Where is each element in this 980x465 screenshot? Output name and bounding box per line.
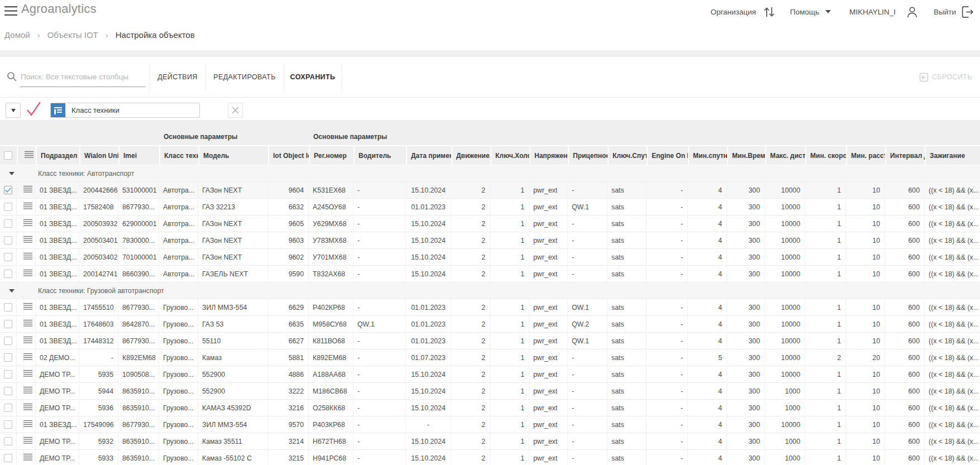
cell[interactable]: 300 <box>727 299 765 316</box>
cell[interactable]: sats <box>608 349 647 366</box>
cell[interactable]: - <box>353 450 406 465</box>
cell[interactable]: ((x < 18) && (x... <box>925 249 980 266</box>
cell[interactable]: ГАЗон NEXT <box>198 182 268 199</box>
cell[interactable]: 300 <box>727 182 765 199</box>
cell[interactable]: ЗИЛ ММЗ-554 <box>198 416 268 433</box>
cell[interactable]: - <box>353 400 406 416</box>
cell[interactable]: 300 <box>727 316 765 333</box>
cell[interactable]: 2 <box>451 299 490 316</box>
column-header[interactable]: Напряжени <box>529 146 568 165</box>
cell[interactable]: 4 <box>688 400 727 416</box>
cell[interactable]: ((x < 18) && (x... <box>925 316 980 333</box>
reset-button[interactable]: СБРОСИТЬ <box>919 57 972 97</box>
row-menu-icon[interactable] <box>23 405 32 413</box>
cell[interactable]: 1 <box>490 366 529 383</box>
cell[interactable]: 6635 <box>268 316 309 333</box>
cell[interactable]: 1000 <box>765 450 805 465</box>
cell[interactable]: 1 <box>490 266 529 282</box>
filter-input[interactable]: Класс техники <box>50 103 200 118</box>
cell[interactable]: QW.1 <box>353 316 406 333</box>
cell[interactable]: 17648603 <box>79 316 118 333</box>
cell[interactable]: 1 <box>805 249 846 266</box>
cell[interactable]: Грузово... <box>159 299 198 316</box>
breadcrumb-home[interactable]: Домой <box>4 30 30 40</box>
cell[interactable]: QW.1 <box>568 333 608 349</box>
cell[interactable]: 4 <box>688 249 727 266</box>
cell[interactable]: ((x < 18) && (x... <box>925 182 980 199</box>
cell[interactable]: pwr_ext <box>529 266 568 282</box>
cell[interactable]: 15.10.2024 <box>406 366 451 383</box>
cell[interactable]: 15.10.2024 <box>406 400 451 416</box>
cell[interactable]: - <box>647 299 688 316</box>
cell[interactable]: 200503402 <box>79 249 118 266</box>
cell[interactable]: 300 <box>727 333 765 349</box>
cell[interactable]: 10000 <box>765 249 805 266</box>
cell[interactable]: Грузово... <box>159 333 198 349</box>
cell[interactable]: 4 <box>688 266 727 282</box>
cell[interactable]: ((x < 18) && (x... <box>925 215 980 232</box>
column-header[interactable]: Мин. скоро <box>805 146 846 165</box>
cell[interactable]: 600 <box>885 349 925 366</box>
cell[interactable]: 8635910... <box>118 433 159 450</box>
cell[interactable]: Т832АХ68 <box>309 266 353 282</box>
cell[interactable]: 1 <box>805 400 846 416</box>
cell[interactable]: 6632 <box>268 199 309 215</box>
cell[interactable]: Грузово... <box>159 416 198 433</box>
cell[interactable]: - <box>353 333 406 349</box>
cell[interactable]: 1 <box>490 299 529 316</box>
cell[interactable]: 8642870... <box>118 316 159 333</box>
column-header[interactable]: Imei <box>118 146 159 165</box>
cell[interactable]: pwr_ext <box>529 366 568 383</box>
cell[interactable]: 10000 <box>765 416 805 433</box>
cell[interactable]: sats <box>608 215 647 232</box>
cell[interactable]: 1000 <box>765 400 805 416</box>
cell[interactable]: - <box>647 182 688 199</box>
cell[interactable]: 600 <box>885 333 925 349</box>
chevron-down-icon[interactable] <box>825 10 831 13</box>
cell[interactable]: 10 <box>846 316 885 333</box>
filter-column-icon[interactable] <box>51 103 65 117</box>
cell[interactable]: 15.10.2024 <box>406 383 451 400</box>
cell[interactable]: 10000 <box>765 266 805 282</box>
cell[interactable]: Н672ТН68 <box>309 433 353 450</box>
cell[interactable]: pwr_ext <box>529 232 568 249</box>
row-checkbox[interactable] <box>4 219 12 228</box>
column-header[interactable]: Интервал д <box>885 146 925 165</box>
cell[interactable]: 15.10.2024 <box>406 450 451 465</box>
cell[interactable]: sats <box>608 316 647 333</box>
cell[interactable]: 01 ЗВЕЗД... <box>36 266 79 282</box>
cell[interactable]: 1 <box>805 416 846 433</box>
cell[interactable]: Грузово... <box>159 400 198 416</box>
cell[interactable]: 2 <box>451 450 490 465</box>
cell[interactable]: pwr_ext <box>529 383 568 400</box>
cell[interactable]: 7830000... <box>118 232 159 249</box>
cell[interactable]: ((x < 18) && (x... <box>925 299 980 316</box>
cell[interactable]: 2 <box>451 416 490 433</box>
cell[interactable]: 01 ЗВЕЗД... <box>36 215 79 232</box>
cell[interactable]: - <box>568 249 608 266</box>
cell[interactable]: - <box>353 383 406 400</box>
cell[interactable]: 1 <box>490 433 529 450</box>
cell[interactable]: - <box>647 349 688 366</box>
cell[interactable]: 1 <box>805 215 846 232</box>
cell[interactable]: QW.2 <box>568 316 608 333</box>
row-menu-icon[interactable] <box>23 271 32 279</box>
row-checkbox[interactable] <box>4 337 12 345</box>
cell[interactable]: 600 <box>885 400 925 416</box>
cell[interactable]: 1 <box>490 182 529 199</box>
cell[interactable]: Грузово... <box>159 366 198 383</box>
cell[interactable]: 2 <box>451 383 490 400</box>
row-menu-icon[interactable] <box>23 321 32 329</box>
cell[interactable]: А245ОУ68 <box>309 199 353 215</box>
cell[interactable]: 1 <box>490 232 529 249</box>
cell[interactable]: pwr_ext <box>529 333 568 349</box>
cell[interactable]: Автотра... <box>159 232 198 249</box>
cell[interactable]: 8635910... <box>118 383 159 400</box>
filter-dropdown-button[interactable] <box>6 103 21 118</box>
cell[interactable]: 01 ЗВЕЗД... <box>36 333 79 349</box>
row-checkbox[interactable] <box>4 203 12 211</box>
cell[interactable]: pwr_ext <box>529 450 568 465</box>
cell[interactable]: 552900 <box>198 383 268 400</box>
cell[interactable]: - <box>568 450 608 465</box>
cell[interactable]: 10 <box>846 383 885 400</box>
